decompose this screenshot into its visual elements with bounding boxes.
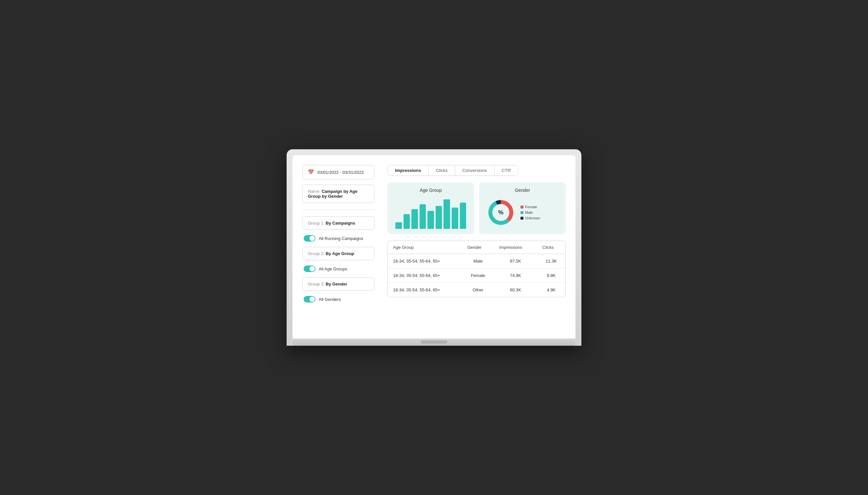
bar — [395, 222, 402, 229]
group3-label: Group 3: — [308, 281, 326, 287]
group3-box: Group 3: By Gender — [302, 277, 374, 291]
group2-toggle[interactable] — [304, 266, 315, 272]
table-row: 18-34, 35-54, 55-64, 65+Other60.3K4.9K — [388, 283, 565, 297]
cell-age: 18-34, 35-54, 55-64, 65+ — [388, 254, 462, 269]
screen: 📅 03/01/2022 - 03/31/2022 Name: Campaign… — [293, 155, 575, 339]
legend-item: Unknown — [520, 216, 540, 220]
age-group-bar-chart — [393, 196, 469, 229]
group2-toggle-row: All Age Groups — [302, 266, 374, 272]
age-group-chart-title: Age Group — [393, 188, 469, 193]
col-impressions: Impressions — [494, 241, 537, 254]
gender-chart-title: Gender — [484, 188, 561, 193]
legend-label: Female — [525, 205, 537, 209]
legend-label: Unknown — [525, 216, 540, 220]
laptop-base — [293, 339, 575, 346]
group2-toggle-label: All Age Groups — [319, 267, 347, 271]
group1-label: Group 1: — [308, 221, 326, 225]
group1-toggle[interactable] — [304, 235, 315, 242]
bar — [436, 206, 442, 229]
charts-row: Age Group Gender % — [387, 182, 566, 234]
group2-value: By Age Group — [326, 251, 354, 256]
cell-age: 18-34, 35-54, 55-64, 65+ — [388, 283, 462, 297]
legend-dot — [520, 217, 523, 220]
date-range-box[interactable]: 📅 03/01/2022 - 03/31/2022 — [302, 165, 374, 180]
name-label: Name: — [308, 189, 320, 194]
legend-dot — [520, 206, 523, 208]
group1-toggle-knob — [310, 236, 315, 241]
cell-clicks: 4.9K — [537, 283, 565, 297]
group1-box: Group 1: By Campaigns — [302, 217, 374, 230]
bar — [403, 214, 410, 229]
donut-percent-label: % — [498, 209, 503, 216]
cell-clicks: 9.8K — [537, 269, 565, 283]
bar — [444, 199, 450, 229]
group3-toggle-label: All Genders — [319, 297, 341, 302]
donut-container: % FemaleMaleUnknown — [484, 196, 561, 229]
data-table: Age Group Gender Impressions Clicks 18-3… — [387, 241, 566, 297]
group3-value: By Gender — [326, 281, 347, 287]
bar — [460, 203, 466, 229]
laptop-frame: 📅 03/01/2022 - 03/31/2022 Name: Campaign… — [287, 149, 581, 346]
divider-1 — [302, 209, 374, 210]
laptop-notch — [421, 340, 447, 344]
cell-gender: Male — [462, 254, 494, 269]
bar — [452, 208, 458, 229]
group3-toggle[interactable] — [304, 296, 315, 303]
cell-impressions: 74.9K — [494, 269, 537, 283]
group1-value: By Campaigns — [326, 221, 355, 225]
tab-conversions[interactable]: Conversions — [455, 165, 495, 175]
group3-toggle-knob — [310, 296, 315, 302]
gender-chart-card: Gender % FemaleMaleUnknown — [479, 182, 566, 234]
cell-impressions: 87.5K — [494, 254, 537, 269]
metric-tabs: Impressions Clicks Conversions CTR — [387, 165, 518, 176]
cell-impressions: 60.3K — [494, 283, 537, 297]
group2-toggle-knob — [310, 266, 315, 271]
legend-item: Male — [520, 210, 540, 215]
tab-ctr[interactable]: CTR — [495, 165, 518, 175]
col-age-group: Age Group — [388, 241, 462, 254]
group1-toggle-row: All Running Campaigns — [302, 235, 374, 242]
bar — [412, 209, 418, 229]
bar — [428, 211, 434, 229]
cell-gender: Other — [462, 283, 494, 297]
group1-toggle-label: All Running Campaigns — [319, 236, 363, 241]
right-panel: Impressions Clicks Conversions CTR Age G… — [387, 165, 566, 329]
date-range-text: 03/01/2022 - 03/31/2022 — [317, 170, 364, 175]
col-clicks: Clicks — [537, 241, 565, 254]
legend-label: Male — [525, 210, 533, 215]
col-gender: Gender — [462, 241, 494, 254]
legend-dot — [520, 211, 523, 214]
bar — [420, 204, 426, 229]
cell-clicks: 11.3K — [537, 254, 565, 269]
campaign-name-box: Name: Campaign by Age Group by Gender — [302, 185, 374, 203]
cell-gender: Female — [462, 269, 494, 283]
legend-item: Female — [520, 205, 540, 209]
age-group-chart-card: Age Group — [387, 182, 474, 234]
group3-toggle-row: All Genders — [302, 296, 374, 303]
group2-box: Group 2: By Age Group — [302, 247, 374, 260]
group2-label: Group 2: — [308, 251, 326, 256]
table-row: 18-34, 35-54, 55-64, 65+Male87.5K11.3K — [388, 254, 565, 269]
cell-age: 18-34, 35-54, 55-64, 65+ — [388, 269, 462, 283]
tab-clicks[interactable]: Clicks — [429, 165, 455, 175]
left-panel: 📅 03/01/2022 - 03/31/2022 Name: Campaign… — [302, 165, 374, 329]
calendar-icon: 📅 — [308, 169, 314, 175]
gender-legend: FemaleMaleUnknown — [520, 205, 540, 220]
table-row: 18-34, 35-54, 55-64, 65+Female74.9K9.8K — [388, 269, 565, 283]
donut-chart: % — [484, 196, 517, 229]
tab-impressions[interactable]: Impressions — [388, 165, 429, 175]
